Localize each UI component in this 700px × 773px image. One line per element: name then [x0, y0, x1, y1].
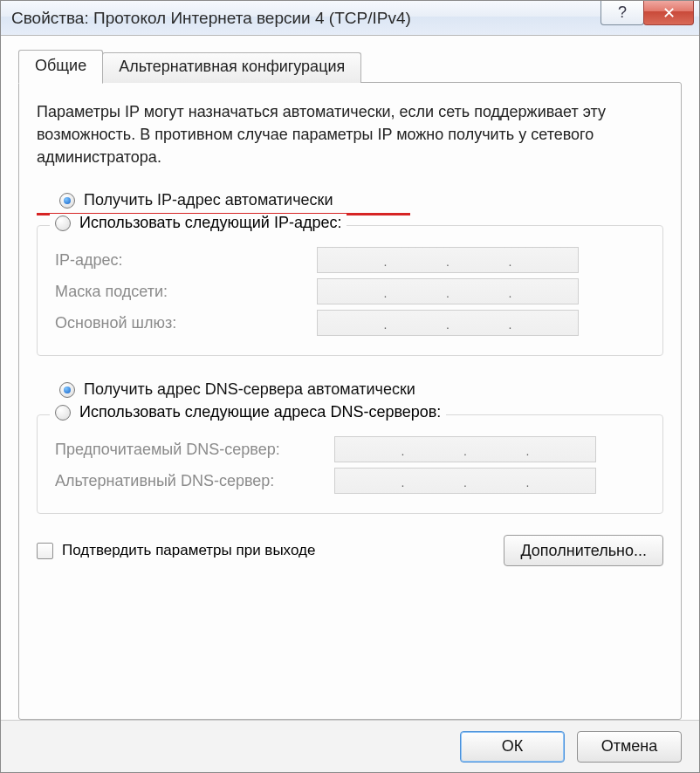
field-dns-preferred: Предпочитаемый DNS-сервер: ...: [55, 436, 645, 462]
field-subnet-mask: Маска подсети: ...: [55, 278, 645, 304]
label-dns-preferred: Предпочитаемый DNS-сервер:: [55, 441, 334, 459]
checkbox-validate-label: Подтвердить параметры при выходе: [62, 542, 315, 559]
description-text: Параметры IP могут назначаться автоматич…: [37, 100, 663, 168]
help-button[interactable]: ?: [600, 1, 644, 25]
label-gateway: Основной шлюз:: [55, 314, 317, 332]
radio-dns-auto-label: Получить адрес DNS-сервера автоматически: [84, 380, 415, 399]
label-dns-alternate: Альтернативный DNS-сервер:: [55, 472, 334, 490]
radio-dns-manual[interactable]: Использовать следующие адреса DNS-сервер…: [50, 403, 446, 421]
tab-general[interactable]: Общие: [18, 50, 103, 84]
group-ip-manual: Использовать следующий IP-адрес: IP-адре…: [37, 225, 663, 356]
field-dns-alternate: Альтернативный DNS-сервер: ...: [55, 468, 645, 494]
group-dns-manual: Использовать следующие адреса DNS-сервер…: [37, 414, 663, 514]
client-area: Общие Альтернативная конфигурация Параме…: [1, 36, 699, 720]
radio-icon: [55, 215, 71, 231]
window-title: Свойства: Протокол Интернета версии 4 (T…: [11, 9, 600, 28]
radio-dns-manual-label: Использовать следующие адреса DNS-сервер…: [79, 403, 441, 421]
input-dns-preferred[interactable]: ...: [334, 436, 596, 462]
radio-ip-manual-label: Использовать следующий IP-адрес:: [79, 214, 341, 232]
close-icon: ✕: [662, 3, 676, 23]
ok-button[interactable]: ОК: [460, 731, 565, 763]
button-bar: ОК Отмена: [1, 720, 699, 772]
radio-ip-auto[interactable]: Получить IP-адрес автоматически: [37, 189, 663, 213]
label-ip-address: IP-адрес:: [55, 251, 317, 270]
titlebar-buttons: ? ✕: [600, 1, 699, 35]
label-subnet-mask: Маска подсети:: [55, 283, 317, 301]
tabstrip: Общие Альтернативная конфигурация: [18, 50, 682, 83]
tab-alternate[interactable]: Альтернативная конфигурация: [102, 52, 361, 83]
radio-ip-manual[interactable]: Использовать следующий IP-адрес:: [50, 214, 347, 232]
cancel-button[interactable]: Отмена: [577, 731, 682, 763]
close-button[interactable]: ✕: [643, 1, 694, 25]
radio-icon: [55, 405, 71, 421]
ok-button-label: ОК: [502, 737, 524, 756]
input-gateway[interactable]: ...: [317, 310, 579, 336]
help-icon: ?: [618, 3, 627, 22]
checkbox-validate-on-exit[interactable]: [37, 543, 53, 559]
radio-icon: [59, 382, 75, 398]
titlebar: Свойства: Протокол Интернета версии 4 (T…: [1, 1, 699, 36]
radio-icon: [59, 193, 75, 209]
tab-general-label: Общие: [35, 57, 86, 74]
tabpanel-general: Параметры IP могут назначаться автоматич…: [18, 82, 682, 720]
cancel-button-label: Отмена: [601, 737, 658, 756]
field-ip-address: IP-адрес: ...: [55, 247, 645, 273]
input-subnet-mask[interactable]: ...: [317, 278, 579, 304]
input-ip-address[interactable]: ...: [317, 247, 579, 273]
properties-dialog: Свойства: Протокол Интернета версии 4 (T…: [0, 0, 700, 773]
field-gateway: Основной шлюз: ...: [55, 310, 645, 336]
radio-ip-auto-label: Получить IP-адрес автоматически: [84, 191, 333, 209]
radio-dns-auto[interactable]: Получить адрес DNS-сервера автоматически: [37, 379, 663, 402]
advanced-button[interactable]: Дополнительно...: [504, 535, 663, 566]
input-dns-alternate[interactable]: ...: [334, 468, 596, 494]
validate-row: Подтвердить параметры при выходе Дополни…: [37, 535, 663, 566]
advanced-button-label: Дополнительно...: [520, 542, 647, 560]
tab-alternate-label: Альтернативная конфигурация: [119, 58, 345, 75]
